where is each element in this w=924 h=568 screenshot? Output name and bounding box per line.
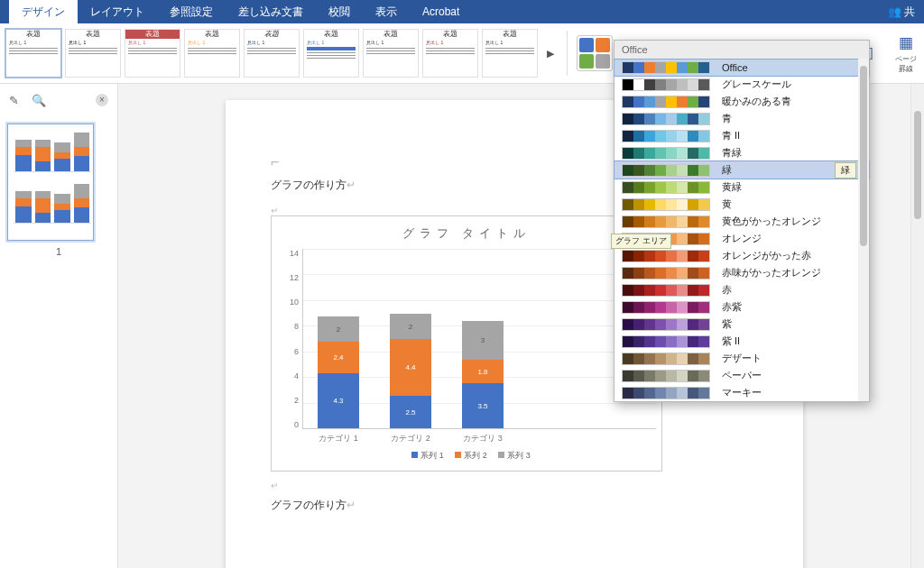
- chart-bar[interactable]: 24.42.5: [390, 314, 431, 428]
- page-number: 1: [7, 246, 110, 257]
- search-icon[interactable]: 🔍: [32, 94, 46, 107]
- theme-gallery-item[interactable]: 表題見出し 1: [363, 29, 419, 78]
- color-scheme-option[interactable]: グレースケール: [614, 76, 869, 93]
- color-scheme-label: ペーパー: [722, 369, 862, 382]
- color-scheme-option[interactable]: 紫: [614, 316, 869, 333]
- color-scheme-option[interactable]: 黄色がかったオレンジ: [614, 213, 869, 230]
- color-scheme-label: 青 II: [722, 129, 862, 142]
- color-scheme-label: 紫: [722, 317, 862, 331]
- document-heading-2[interactable]: グラフの作り方↵: [271, 498, 758, 513]
- theme-gallery-item[interactable]: 表題見出し 1: [5, 29, 61, 78]
- color-scheme-option[interactable]: 黄: [614, 196, 869, 213]
- share-label: 共: [904, 5, 915, 18]
- chart-plot-area: 02468101214 22.44.324.42.531.83.5: [277, 249, 656, 429]
- color-scheme-option[interactable]: 緑緑: [614, 161, 869, 179]
- scrollbar-thumb[interactable]: [860, 66, 867, 246]
- page-thumbnail-1[interactable]: [7, 124, 94, 241]
- theme-gallery-item[interactable]: 表題見出し 1: [65, 29, 121, 78]
- color-scheme-option[interactable]: 青緑: [614, 144, 869, 161]
- color-scheme-option[interactable]: 青 II: [614, 127, 869, 144]
- color-swatch-strip: [622, 353, 710, 365]
- mini-chart-icon: [14, 130, 91, 172]
- scrollbar-thumb[interactable]: [914, 111, 921, 219]
- chart-bar[interactable]: 31.83.5: [462, 321, 504, 428]
- color-scheme-label: Office: [722, 62, 862, 73]
- page-thumbnails: 1: [0, 116, 117, 264]
- color-scheme-label: 黄緑: [722, 180, 862, 194]
- chart-x-labels: カテゴリ 1カテゴリ 2カテゴリ 3: [277, 433, 656, 444]
- document-theme-gallery: 表題見出し 1表題見出し 1表題見出し 1表題見出し 1表題見出し 1表題見出し…: [5, 29, 538, 78]
- color-scheme-option[interactable]: 青: [614, 110, 869, 127]
- tab-references[interactable]: 参照設定: [157, 0, 226, 23]
- chart-bars: 22.44.324.42.531.83.5: [302, 249, 656, 429]
- color-scheme-label: 青緑: [722, 146, 862, 160]
- color-scheme-option[interactable]: 暖かみのある青: [614, 93, 869, 110]
- color-scheme-option[interactable]: マーキー: [614, 384, 869, 401]
- color-scheme-option[interactable]: 紫 II: [614, 333, 869, 350]
- tab-layout[interactable]: レイアウト: [78, 0, 157, 23]
- crop-mark-icon: ⌐: [271, 154, 279, 169]
- color-swatch-strip: [622, 198, 710, 211]
- navigation-sidebar: ✎ 🔍 × 1: [0, 84, 118, 568]
- color-scheme-label: マーキー: [722, 386, 862, 399]
- share-button[interactable]: 👥 共: [879, 5, 924, 20]
- page-border-button[interactable]: ▦ページ 罫線: [893, 33, 919, 74]
- paragraph-mark: ↵: [271, 481, 758, 490]
- gallery-more-button[interactable]: ▶: [543, 29, 558, 78]
- tab-design[interactable]: デザイン: [9, 0, 78, 23]
- theme-gallery-item[interactable]: 表題見出し 1: [125, 29, 180, 78]
- chart-area-floating-label: グラフ エリア: [611, 234, 671, 249]
- color-swatch-strip: [622, 181, 710, 194]
- chart-legend: 系列 1 系列 2 系列 3: [277, 450, 656, 462]
- chart-title[interactable]: グラフ タイトル: [277, 225, 656, 242]
- tab-mailings[interactable]: 差し込み文書: [226, 0, 316, 23]
- ribbon-tabs: デザイン レイアウト 参照設定 差し込み文書 校閲 表示 Acrobat 👥 共: [0, 0, 924, 23]
- color-scheme-option[interactable]: 黄緑: [614, 179, 869, 196]
- color-scheme-label: 暖かみのある青: [722, 95, 862, 108]
- color-scheme-label: 黄色がかったオレンジ: [722, 215, 862, 228]
- color-swatch-strip: [622, 301, 710, 314]
- color-swatch-strip: [622, 96, 710, 108]
- color-scheme-label: 青: [722, 112, 862, 125]
- color-scheme-label: 赤: [722, 283, 862, 297]
- chart-object[interactable]: グラフ タイトル 02468101214 22.44.324.42.531.83…: [271, 215, 662, 472]
- theme-gallery-item[interactable]: 表題見出し 1: [303, 29, 359, 78]
- color-scheme-label: オレンジ: [722, 232, 862, 245]
- color-swatch-strip: [622, 130, 710, 142]
- color-scheme-option[interactable]: Office: [614, 60, 869, 76]
- edit-icon[interactable]: ✎: [9, 94, 19, 107]
- theme-colors-button[interactable]: [577, 35, 613, 71]
- tab-view[interactable]: 表示: [363, 0, 410, 23]
- dropdown-scrollbar[interactable]: [858, 59, 869, 401]
- color-swatch-strip: [622, 284, 710, 297]
- vertical-scrollbar[interactable]: [910, 84, 924, 568]
- page-border-label: ページ 罫線: [895, 55, 917, 73]
- color-swatch-strip: [622, 147, 710, 160]
- theme-gallery-item[interactable]: 表題見出し 1: [482, 29, 538, 78]
- color-scheme-option[interactable]: 赤: [614, 281, 869, 298]
- color-swatch-strip: [622, 267, 710, 279]
- color-scheme-option[interactable]: 赤味がかったオレンジ: [614, 264, 869, 281]
- color-swatch-icon: [579, 54, 594, 69]
- color-scheme-option[interactable]: 赤紫: [614, 298, 869, 316]
- chart-bar[interactable]: 22.44.3: [318, 316, 359, 428]
- theme-gallery-item[interactable]: 表題見出し 1: [244, 29, 300, 78]
- close-icon[interactable]: ×: [96, 94, 108, 106]
- color-swatch-strip: [622, 370, 710, 382]
- theme-gallery-item[interactable]: 表題見出し 1: [184, 29, 240, 78]
- color-scheme-label: オレンジがかった赤: [722, 249, 862, 262]
- separator: [567, 31, 568, 76]
- color-scheme-label: 赤味がかったオレンジ: [722, 266, 862, 279]
- color-swatch-strip: [622, 215, 710, 228]
- dropdown-section-header: Office: [614, 41, 869, 60]
- color-scheme-option[interactable]: オレンジがかった赤: [614, 247, 869, 264]
- theme-gallery-item[interactable]: 表題見出し 1: [422, 29, 478, 78]
- mini-chart-icon: [14, 181, 91, 224]
- page-border-icon: ▦: [893, 33, 919, 52]
- tab-review[interactable]: 校閲: [316, 0, 363, 23]
- color-scheme-option[interactable]: デザート: [614, 350, 869, 367]
- color-scheme-option[interactable]: ペーパー: [614, 367, 869, 384]
- color-swatch-icon: [579, 38, 594, 52]
- color-swatch-strip: [622, 387, 710, 399]
- tab-acrobat[interactable]: Acrobat: [410, 0, 472, 23]
